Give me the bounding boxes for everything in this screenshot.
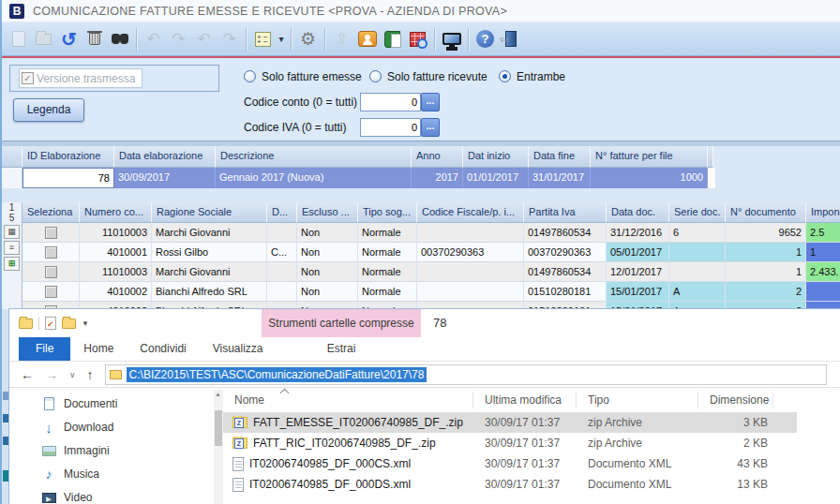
legenda-button[interactable]: Legenda: [13, 98, 84, 122]
file-row[interactable]: IT02006740985_DF_000DS.xml 30/09/17 01:3…: [223, 474, 797, 495]
file-modified: 30/09/17 01:37: [473, 437, 577, 450]
tab-estrai[interactable]: Estrai: [262, 337, 421, 355]
cell-imponibile: [806, 282, 840, 302]
address-input[interactable]: C:\BIZ2015\TEST\ASC\ComunicazioneDatiFat…: [105, 364, 827, 385]
nav-pane-scrollbar[interactable]: [214, 390, 223, 504]
versione-trasmessa-checkbox[interactable]: [22, 72, 34, 84]
tab-home[interactable]: Home: [70, 337, 127, 361]
sidebar-item-documenti[interactable]: Documenti: [9, 392, 214, 415]
radio-solo-fatture-ricevute[interactable]: Solo fatture ricevute: [369, 70, 488, 83]
contacts-icon[interactable]: [354, 26, 380, 52]
cell-d: [267, 282, 297, 302]
file-type: Documento XML: [577, 478, 698, 491]
forward-arrow-icon[interactable]: →: [45, 367, 58, 382]
column-header-dimensione[interactable]: Dimensione: [698, 392, 773, 408]
file-row[interactable]: FATT_EMESSE_IT02006740985_DF_.zip 30/09/…: [223, 412, 797, 433]
codice-iva-browse-button[interactable]: ...: [421, 118, 440, 137]
column-header: Data fine: [529, 146, 591, 168]
file-row[interactable]: FATT_RIC_IT02006740985_DF_.zip 30/09/17 …: [223, 433, 797, 453]
cell-tipo-soggetto: Normale: [358, 223, 417, 243]
sidebar-item-label: Documenti: [64, 397, 117, 410]
column-header: Dat inizio: [463, 146, 529, 168]
codice-conto-browse-button[interactable]: ...: [421, 93, 440, 111]
row-checkbox[interactable]: [45, 266, 57, 278]
video-film-icon: ▶: [41, 490, 56, 504]
file-row[interactable]: IT02006740985_DF_000CS.xml 30/09/17 01:3…: [223, 453, 797, 474]
cell-partita-iva: 00370290363: [524, 243, 607, 262]
codice-iva-input[interactable]: 0: [360, 118, 421, 137]
folder-icon[interactable]: [62, 319, 76, 329]
cancel-icon[interactable]: [217, 26, 242, 52]
checkmark-document-icon[interactable]: [45, 317, 56, 330]
cell-ragione-sociale: Bianchi Alfredo SRL: [152, 282, 267, 302]
tab-condividi[interactable]: Condividi: [127, 337, 199, 361]
new-document-icon[interactable]: [6, 26, 31, 52]
contextual-tab-group[interactable]: Strumenti cartelle compresse: [262, 309, 421, 337]
field-list-icon[interactable]: + −+ −: [250, 26, 276, 52]
cell-d: [267, 223, 297, 243]
revert-icon[interactable]: [191, 26, 217, 52]
column-header-nome[interactable]: Nome: [223, 392, 473, 408]
file-list: Nome Ultima modifica Tipo Dimensione FAT…: [223, 388, 840, 504]
cell-n-documento: 9652: [726, 223, 806, 243]
exit-icon[interactable]: [498, 26, 523, 52]
row-indicator: [2, 168, 22, 188]
file-modified: 30/09/17 01:37: [473, 416, 577, 429]
grid-search-icon[interactable]: [405, 26, 430, 52]
open-folder-icon[interactable]: [31, 26, 56, 52]
column-header: Numero co...: [80, 202, 152, 223]
file-type: zip Archive: [577, 437, 698, 450]
sidebar-item-video[interactable]: ▶Video: [9, 485, 214, 504]
fattura-row[interactable]: 4010002 Bianchi Alfredo SRL Non Normale …: [22, 282, 840, 302]
sidebar-item-label: Musica: [64, 467, 99, 481]
cell-n-fatture: 1000: [591, 168, 708, 188]
row-checkbox[interactable]: [45, 227, 57, 239]
list-view-icon[interactable]: ≡: [4, 241, 20, 255]
folder-icon[interactable]: [19, 319, 33, 329]
recent-locations-dropdown-icon[interactable]: ∨: [69, 370, 76, 379]
ledger-book-icon[interactable]: [380, 26, 405, 52]
back-arrow-icon[interactable]: ←: [21, 367, 34, 382]
search-binoculars-icon[interactable]: [107, 26, 132, 52]
import-icon[interactable]: [329, 26, 354, 52]
help-icon[interactable]: ?: [472, 26, 498, 52]
row-checkbox[interactable]: [45, 286, 57, 298]
refresh-icon[interactable]: [56, 26, 82, 52]
grid-layout-icon[interactable]: ▦: [4, 225, 20, 239]
codice-conto-input[interactable]: 0: [360, 93, 421, 111]
ribbon-tabs: File Home Condividi Visualizza Estrai: [9, 337, 840, 362]
row-checkbox[interactable]: [45, 246, 57, 259]
versione-trasmessa-field[interactable]: Versione trasmessa: [19, 68, 142, 88]
scrollbar-thumb[interactable]: [215, 410, 222, 446]
radio-solo-fatture-emesse[interactable]: Solo fatture emesse: [244, 70, 362, 83]
elaborazione-row[interactable]: 78 30/09/2017 Gennaio 2017 (Nuova) 2017 …: [2, 168, 840, 188]
sidebar-item-download[interactable]: Download: [9, 415, 214, 438]
export-grid-icon[interactable]: ⊞: [4, 257, 20, 271]
sidebar-item-label: Video: [64, 491, 92, 504]
cell-data-doc: 31/12/2016: [607, 223, 669, 243]
file-modified: 30/09/17 01:37: [473, 457, 577, 470]
filter-panel: Versione trasmessa Legenda Solo fatture …: [2, 58, 840, 144]
cell-d: C...: [267, 243, 297, 262]
monitor-icon[interactable]: [439, 26, 464, 52]
sidebar-item-musica[interactable]: Musica: [9, 462, 214, 485]
field-list-dropdown-icon[interactable]: [276, 26, 287, 52]
tab-file[interactable]: File: [19, 337, 70, 361]
address-bar: ← → ∨ ↑ C:\BIZ2015\TEST\ASC\Comunicazion…: [9, 362, 840, 388]
redo-icon[interactable]: [166, 26, 191, 52]
sidebar-item-immagini[interactable]: Immagini: [9, 438, 214, 462]
column-header-tipo[interactable]: Tipo: [577, 392, 698, 408]
delete-icon[interactable]: [82, 26, 107, 52]
fattura-row[interactable]: 4010001 Rossi Gilbo C... Non Normale 003…: [22, 243, 840, 262]
undo-icon[interactable]: [141, 26, 166, 52]
xml-document-icon: [232, 457, 244, 471]
radio-entrambe[interactable]: Entrambe: [499, 70, 565, 83]
settings-gear-icon[interactable]: [295, 26, 321, 52]
navigation-pane: Documenti Download Immagini Musica ▶Vide…: [9, 388, 214, 504]
fattura-row[interactable]: 11010003 Marchi Giovanni Non Normale 014…: [22, 223, 840, 243]
up-arrow-icon[interactable]: ↑: [87, 367, 94, 382]
customize-quick-access-dropdown-icon[interactable]: ▼: [82, 319, 89, 328]
fattura-row[interactable]: 11010003 Marchi Giovanni Non Normale 014…: [22, 262, 840, 282]
cell-descrizione: Gennaio 2017 (Nuova): [216, 168, 412, 188]
column-header-ultima-modifica[interactable]: Ultima modifica: [473, 392, 577, 408]
